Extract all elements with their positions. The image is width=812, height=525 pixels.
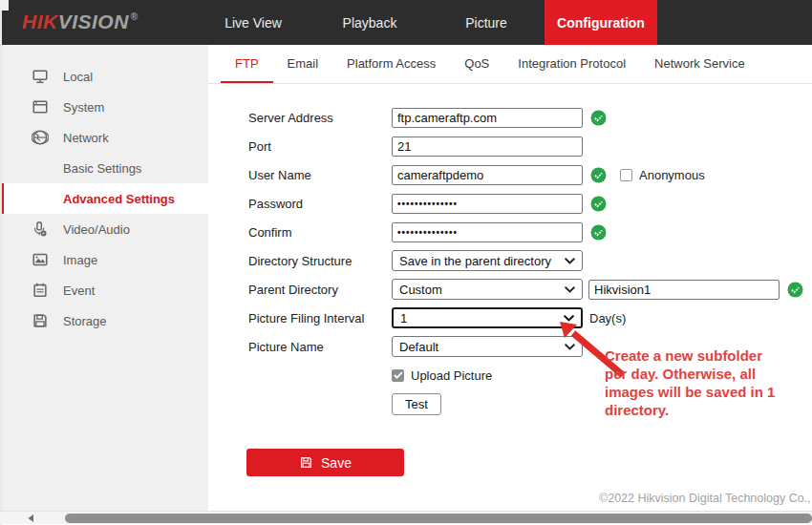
directory-structure-value: Save in the parent directory bbox=[399, 254, 565, 268]
sidebar-item-label: Network bbox=[63, 131, 109, 145]
tab-integration-protocol[interactable]: Integration Protocol bbox=[503, 45, 640, 83]
tab-network-service[interactable]: Network Service bbox=[640, 45, 759, 83]
nav-configuration[interactable]: Configuration bbox=[545, 0, 657, 45]
horizontal-scrollbar[interactable] bbox=[0, 511, 812, 524]
sidebar-item-network[interactable]: Network bbox=[0, 122, 208, 153]
form-row-server-address: Server Address bbox=[248, 103, 812, 132]
microphone-icon bbox=[32, 220, 49, 238]
valid-check-icon bbox=[787, 282, 803, 298]
valid-check-icon bbox=[590, 110, 607, 126]
sidebar-item-label: System bbox=[63, 100, 104, 115]
sidebar-item-basic-settings[interactable]: Basic Settings bbox=[0, 153, 208, 183]
password-input[interactable] bbox=[392, 194, 583, 214]
picture-filing-interval-select[interactable]: 1 bbox=[392, 307, 583, 328]
anonymous-option: Anonymous bbox=[620, 168, 705, 182]
save-icon bbox=[299, 455, 313, 470]
storage-icon bbox=[32, 312, 49, 329]
save-button-label: Save bbox=[321, 455, 352, 471]
scrollbar-thumb[interactable] bbox=[65, 514, 812, 523]
form-row-port: Port bbox=[248, 132, 812, 160]
custom-directory-input[interactable] bbox=[588, 280, 780, 300]
save-button[interactable]: Save bbox=[246, 449, 404, 476]
chevron-down-icon bbox=[564, 315, 574, 322]
chevron-down-icon bbox=[565, 286, 575, 293]
chevron-down-icon bbox=[565, 344, 575, 350]
sidebar-item-local[interactable]: Local bbox=[0, 61, 208, 92]
sidebar: Local System Network Basic Settings Adva… bbox=[0, 45, 208, 512]
sidebar-item-label: Local bbox=[63, 70, 93, 84]
main-content: FTP Email Platform Access QoS Integratio… bbox=[208, 45, 812, 512]
picture-name-value: Default bbox=[399, 340, 565, 354]
picture-name-select[interactable]: Default bbox=[392, 336, 583, 357]
sidebar-item-advanced-settings[interactable]: Advanced Settings bbox=[0, 183, 208, 214]
monitor-icon bbox=[32, 68, 49, 85]
password-label: Password bbox=[248, 197, 392, 211]
port-input[interactable] bbox=[392, 136, 583, 157]
picture-name-label: Picture Name bbox=[248, 340, 392, 354]
tab-email[interactable]: Email bbox=[273, 45, 333, 83]
parent-directory-label: Parent Directory bbox=[248, 283, 392, 297]
port-label: Port bbox=[248, 139, 392, 154]
registered-mark: ® bbox=[131, 11, 139, 22]
parent-directory-select[interactable]: Custom bbox=[392, 279, 583, 300]
tab-qos[interactable]: QoS bbox=[450, 45, 503, 83]
annotation-note: Create a new subfolder per day. Otherwis… bbox=[605, 346, 805, 419]
nav-picture[interactable]: Picture bbox=[428, 0, 545, 45]
server-address-label: Server Address bbox=[248, 111, 392, 125]
chevron-down-icon bbox=[565, 258, 575, 264]
sidebar-item-system[interactable]: System bbox=[0, 92, 208, 122]
event-icon bbox=[32, 282, 49, 299]
confirm-label: Confirm bbox=[248, 225, 392, 240]
anonymous-checkbox[interactable] bbox=[620, 169, 632, 181]
user-name-label: User Name bbox=[248, 168, 392, 182]
directory-structure-label: Directory Structure bbox=[248, 254, 392, 268]
picture-filing-interval-value: 1 bbox=[400, 311, 564, 326]
annotation-line: per day. Otherwise, all bbox=[605, 365, 805, 383]
valid-check-icon bbox=[590, 224, 607, 241]
hikvision-logo: HIKVISION® bbox=[22, 10, 139, 33]
form-row-password: Password bbox=[248, 189, 812, 218]
logo-hik: HIK bbox=[22, 10, 58, 32]
scroll-left-arrow-icon[interactable] bbox=[23, 514, 38, 523]
confirm-password-input[interactable] bbox=[392, 222, 583, 242]
upload-picture-label: Upload Picture bbox=[411, 368, 492, 383]
form-row-confirm: Confirm bbox=[248, 218, 812, 246]
sidebar-item-label: Basic Settings bbox=[63, 161, 141, 176]
server-address-input[interactable] bbox=[392, 108, 583, 128]
sidebar-item-storage[interactable]: Storage bbox=[0, 305, 208, 336]
sidebar-item-video-audio[interactable]: Video/Audio bbox=[0, 214, 208, 244]
sidebar-item-image[interactable]: Image bbox=[0, 244, 208, 275]
sidebar-item-label: Image bbox=[63, 253, 97, 267]
test-button[interactable]: Test bbox=[392, 393, 441, 415]
upload-picture-checkbox[interactable] bbox=[392, 369, 404, 382]
picture-filing-interval-label: Picture Filing Interval bbox=[248, 311, 392, 326]
user-name-input[interactable] bbox=[392, 165, 583, 185]
nav-live-view[interactable]: Live View bbox=[195, 0, 311, 45]
form-row-parent-directory: Parent Directory Custom bbox=[248, 275, 812, 304]
sidebar-item-label: Event bbox=[63, 284, 95, 298]
form-row-picture-filing-interval: Picture Filing Interval 1 Day(s) bbox=[248, 304, 812, 332]
copyright-text: ©2022 Hikvision Digital Technology Co., … bbox=[599, 492, 812, 505]
globe-icon bbox=[32, 129, 49, 146]
window-corner bbox=[0, 0, 9, 10]
annotation-line: Create a new subfolder bbox=[605, 346, 805, 365]
valid-check-icon bbox=[590, 196, 607, 212]
annotation-line: images will be saved in 1 bbox=[605, 383, 805, 401]
tab-ftp[interactable]: FTP bbox=[221, 45, 273, 83]
image-icon bbox=[32, 251, 49, 268]
settings-tabs: FTP Email Platform Access QoS Integratio… bbox=[208, 45, 812, 84]
form-row-directory-structure: Directory Structure Save in the parent d… bbox=[248, 246, 812, 275]
form-row-user-name: User Name Anonymous bbox=[248, 160, 812, 189]
logo-vision: VISION bbox=[58, 10, 129, 32]
tab-platform-access[interactable]: Platform Access bbox=[332, 45, 450, 83]
system-icon bbox=[32, 98, 49, 116]
directory-structure-select[interactable]: Save in the parent directory bbox=[392, 250, 583, 271]
valid-check-icon bbox=[590, 167, 607, 183]
anonymous-label: Anonymous bbox=[639, 168, 705, 182]
sidebar-item-label: Video/Audio bbox=[63, 222, 130, 237]
annotation-line: directory. bbox=[605, 401, 805, 419]
window-left-edge bbox=[0, 0, 2, 525]
nav-playback[interactable]: Playback bbox=[311, 0, 428, 45]
parent-directory-value: Custom bbox=[399, 283, 565, 297]
sidebar-item-event[interactable]: Event bbox=[0, 275, 208, 305]
